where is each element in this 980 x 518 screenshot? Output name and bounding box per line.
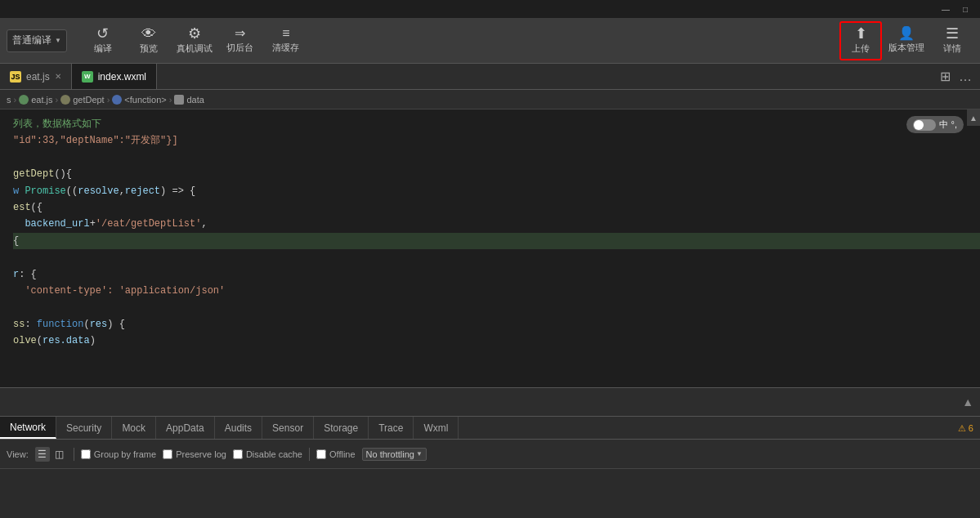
code-line-7: backend_url+'/eat/getDeptList', bbox=[13, 216, 980, 232]
tab-network-label: Network bbox=[10, 422, 46, 433]
real-debug-button[interactable]: ⚙ 真机调试 bbox=[173, 21, 216, 60]
code-line-14: olve(res.data) bbox=[13, 333, 980, 349]
code-line-12 bbox=[13, 299, 980, 315]
code-line-10: r: { bbox=[13, 266, 980, 283]
compile-selector[interactable]: 普通编译 ▼ bbox=[7, 29, 67, 52]
breadcrumb-eatjs-text: eat.js bbox=[31, 95, 52, 105]
breadcrumb-sep-2: › bbox=[55, 95, 58, 105]
clear-cache-button[interactable]: ≡ 清缓存 bbox=[265, 21, 307, 60]
compile-label: 编译 bbox=[94, 42, 112, 55]
code-line-13: ss: function(res) { bbox=[13, 316, 980, 333]
group-by-frame-checkbox[interactable]: Group by frame bbox=[81, 449, 156, 459]
tab-trace[interactable]: Trace bbox=[369, 417, 414, 439]
breadcrumb-item-function: <function> bbox=[112, 95, 166, 105]
tab-storage[interactable]: Storage bbox=[314, 417, 369, 439]
warning-badge: ⚠ 6 bbox=[958, 423, 973, 433]
group-by-frame-input[interactable] bbox=[81, 449, 91, 459]
language-toggle-btn[interactable]: 中 °, bbox=[906, 116, 964, 133]
offline-input[interactable] bbox=[316, 449, 326, 459]
compile-selector-label: 普通编译 bbox=[12, 33, 51, 47]
tab-storage-label: Storage bbox=[324, 422, 358, 434]
preserve-log-input[interactable] bbox=[163, 449, 172, 459]
tab-network[interactable]: Network bbox=[0, 417, 56, 439]
breadcrumb-js-icon bbox=[19, 95, 29, 105]
list-view-icon[interactable]: ☰ bbox=[35, 447, 50, 462]
preserve-log-checkbox[interactable]: Preserve log bbox=[163, 449, 226, 459]
grid-view-icon[interactable]: ◫ bbox=[52, 447, 67, 462]
preview-button[interactable]: 👁 预览 bbox=[128, 21, 170, 60]
toolbar-divider-1 bbox=[74, 448, 74, 461]
breadcrumb-sep-3: › bbox=[107, 95, 110, 105]
breadcrumb-item-s: s bbox=[7, 95, 11, 105]
tab-appdata-label: AppData bbox=[166, 422, 204, 434]
editor-area: 列表，数据格式如下 "id":33,"deptName":"开发部"}] get… bbox=[0, 109, 980, 387]
tab-wxml[interactable]: Wxml bbox=[414, 417, 459, 439]
breadcrumb-key-icon bbox=[174, 95, 184, 105]
breadcrumb-s-text: s bbox=[7, 95, 11, 105]
tab-eat-js-close[interactable]: ✕ bbox=[55, 72, 61, 81]
scroll-up-button[interactable]: ▲ bbox=[967, 109, 980, 126]
lang-toggle-label: 中 °, bbox=[939, 118, 957, 131]
code-line-8: { bbox=[13, 233, 980, 249]
lang-toggle-switch[interactable] bbox=[913, 119, 936, 131]
bottom-tabs-right: ⚠ 6 bbox=[958, 422, 980, 434]
breadcrumb-getdept-text: getDept bbox=[73, 95, 105, 105]
refresh-icon: ↺ bbox=[96, 26, 109, 41]
breadcrumb-item-eatjs: eat.js bbox=[19, 95, 52, 105]
code-line-4: getDept(){ bbox=[13, 166, 980, 182]
tab-wxml-label: Wxml bbox=[423, 422, 448, 434]
code-line-11: 'content-type': 'application/json' bbox=[13, 283, 980, 299]
more-tabs-icon[interactable]: … bbox=[957, 68, 973, 86]
minimize-button[interactable]: — bbox=[937, 2, 954, 16]
chevron-down-icon: ▼ bbox=[55, 37, 61, 44]
split-editor-icon[interactable]: ⊞ bbox=[938, 67, 952, 86]
upload-icon: ⬆ bbox=[855, 26, 867, 41]
breadcrumb-function-text: <function> bbox=[124, 95, 166, 105]
menu-icon: ☰ bbox=[946, 26, 959, 41]
title-bar: — □ bbox=[0, 0, 980, 18]
preview-label: 预览 bbox=[140, 42, 158, 55]
tab-mock[interactable]: Mock bbox=[112, 417, 156, 439]
view-icons: ☰ ◫ bbox=[35, 447, 67, 462]
offline-checkbox[interactable]: Offline bbox=[316, 449, 356, 459]
collapse-icon[interactable]: ▲ bbox=[962, 395, 973, 409]
upload-label: 上传 bbox=[852, 42, 870, 55]
version-mgmt-button[interactable]: 👤 版本管理 bbox=[885, 21, 928, 60]
tab-audits[interactable]: Audits bbox=[215, 417, 262, 439]
breadcrumb-sep-1: › bbox=[14, 95, 17, 105]
clear-icon: ≡ bbox=[282, 27, 289, 40]
disable-cache-checkbox[interactable]: Disable cache bbox=[233, 449, 302, 459]
view-label: View: bbox=[7, 449, 29, 459]
disable-cache-input[interactable] bbox=[233, 449, 243, 459]
toolbar-left: 普通编译 ▼ ↺ 编译 👁 预览 ⚙ 真机调试 ⇒ 切后台 ≡ 清缓 bbox=[7, 21, 839, 60]
toolbar-icon-group: ↺ 编译 👁 预览 ⚙ 真机调试 ⇒ 切后台 ≡ 清缓存 bbox=[82, 21, 307, 60]
detail-button[interactable]: ☰ 详情 bbox=[931, 21, 973, 60]
tab-appdata[interactable]: AppData bbox=[156, 417, 215, 439]
code-line-3 bbox=[13, 150, 980, 166]
tab-sensor[interactable]: Sensor bbox=[262, 417, 314, 439]
version-mgmt-label: 版本管理 bbox=[888, 42, 924, 54]
tab-trace-label: Trace bbox=[378, 422, 403, 434]
code-line-5: w Promise((resolve,reject) => { bbox=[13, 183, 980, 199]
maximize-button[interactable]: □ bbox=[957, 2, 973, 16]
gear-icon: ⚙ bbox=[188, 26, 201, 41]
detail-label: 详情 bbox=[943, 42, 961, 55]
backend-label: 切后台 bbox=[226, 42, 253, 54]
compile-button[interactable]: ↺ 编译 bbox=[82, 21, 124, 60]
code-line-6: est({ bbox=[13, 199, 980, 216]
tab-index-wxml[interactable]: W index.wxml bbox=[72, 64, 157, 89]
upload-button[interactable]: ⬆ 上传 bbox=[839, 21, 882, 60]
tab-index-wxml-label: index.wxml bbox=[98, 71, 146, 83]
breadcrumb: s › eat.js › getDept › <function> › data bbox=[0, 90, 980, 109]
panel-divider[interactable]: ▲ bbox=[0, 387, 980, 417]
toolbar-divider-2 bbox=[309, 448, 310, 461]
code-line-1: 列表，数据格式如下 bbox=[13, 116, 980, 132]
breadcrumb-func2-icon bbox=[112, 95, 122, 105]
backend-button[interactable]: ⇒ 切后台 bbox=[219, 21, 262, 60]
tab-audits-label: Audits bbox=[225, 422, 252, 434]
tab-security[interactable]: Security bbox=[56, 417, 112, 439]
throttling-select[interactable]: No throttling ▼ bbox=[362, 448, 427, 461]
tabs-right-controls: ⊞ … bbox=[938, 67, 980, 86]
tab-eat-js[interactable]: JS eat.js ✕ bbox=[0, 64, 72, 89]
bottom-panel: Network Security Mock AppData Audits Sen… bbox=[0, 417, 980, 469]
